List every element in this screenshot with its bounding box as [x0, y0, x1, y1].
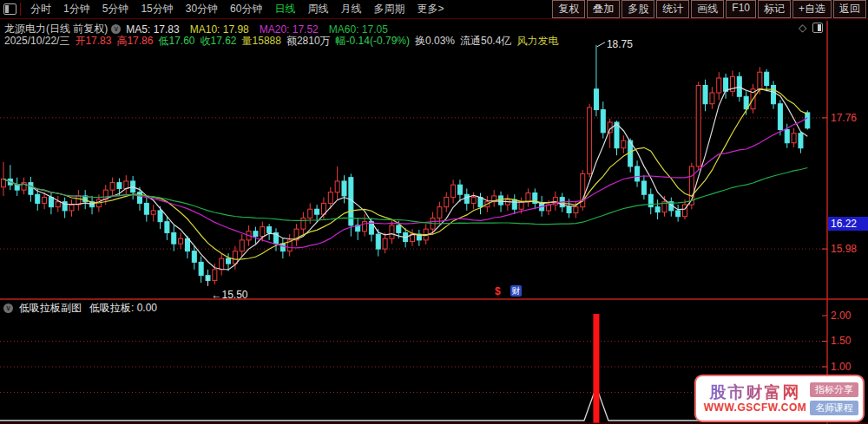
top-toolbar: 分时1分钟5分钟15分钟30分钟60分钟日线周线月线多周期更多> 复权叠加多股统… — [0, 0, 868, 19]
price-label-low: 15.98 — [831, 243, 857, 255]
info-row: 2025/10/22/三开17.83高17.86低17.60收17.62量158… — [4, 34, 563, 49]
split-view-icon[interactable] — [812, 23, 823, 33]
toolbar-button-8[interactable]: 返回 — [833, 0, 866, 18]
toolbar-tab-5[interactable]: 60分钟 — [224, 2, 268, 16]
toolbar-button-4[interactable]: 画线 — [691, 0, 724, 18]
sub-panel-header: ∨ 低吸拉板副图 低吸拉板: 0.00 — [3, 301, 157, 316]
toolbar-tab-6[interactable]: 日线 — [268, 2, 301, 16]
diamond-icon[interactable]: ◇ — [799, 22, 806, 34]
high-annotation: 18.75 — [607, 38, 633, 50]
toolbar-button-6[interactable]: 标记 — [758, 0, 791, 18]
collapse-main-icon[interactable]: ∨ — [111, 24, 121, 34]
info-token-8: 换0.03% — [415, 34, 455, 49]
toolbar-buttons: 复权叠加多股统计画线F10标记+自选返回 — [550, 0, 866, 18]
toolbar-button-0[interactable]: 复权 — [552, 0, 585, 18]
toolbar-tab-4[interactable]: 30分钟 — [180, 2, 224, 16]
sub-panel-value: 低吸拉板: 0.00 — [89, 301, 157, 316]
toolbar-tab-0[interactable]: 分时 — [24, 2, 57, 16]
toolbar-tab-10[interactable]: 更多> — [411, 2, 450, 16]
watermark-url: WWW.GSCFW.COM — [700, 401, 810, 414]
price-label-high: 17.76 — [831, 112, 857, 124]
toolbar-button-2[interactable]: 多股 — [621, 0, 654, 18]
toolbar-button-5[interactable]: F10 — [726, 0, 756, 18]
chart-canvas[interactable] — [0, 0, 868, 424]
chart-corner-controls: ◇ — [799, 22, 823, 34]
info-token-6: 额2810万 — [286, 34, 331, 49]
info-token-5: 量15888 — [242, 34, 281, 49]
sub-axis-label-3: 1.00 — [831, 361, 851, 373]
toolbar-tab-8[interactable]: 月线 — [334, 2, 367, 16]
report-marker-icon[interactable]: 财 — [510, 285, 522, 297]
sub-panel-title[interactable]: 低吸拉板副图 — [19, 301, 82, 316]
collapse-sub-icon[interactable]: ∨ — [3, 303, 13, 313]
info-token-7: 幅-0.14(-0.79%) — [336, 34, 410, 49]
info-token-0: 2025/10/22/三 — [4, 34, 69, 49]
info-token-10: 风力发电 — [516, 34, 558, 49]
price-tag: 16.22 — [828, 217, 868, 231]
toolbar-button-7[interactable]: +自选 — [792, 0, 832, 18]
panel-toggle-icon[interactable] — [3, 3, 16, 15]
dividend-marker-icon[interactable]: $ — [495, 285, 501, 297]
info-token-9: 流通50.4亿 — [460, 34, 511, 49]
toolbar-tab-2[interactable]: 5分钟 — [96, 2, 135, 16]
info-token-3: 低17.60 — [158, 34, 194, 49]
sub-axis-label-2: 1.50 — [831, 335, 851, 347]
watermark-badges: 指标分享 名师课程 — [810, 382, 858, 415]
watermark-badge-1: 指标分享 — [810, 382, 858, 397]
toolbar-tab-7[interactable]: 周线 — [301, 2, 334, 16]
sub-axis-label-1: 2.00 — [831, 310, 851, 322]
toolbar-divider — [20, 3, 21, 16]
watermark: 股市财富网 WWW.GSCFW.COM 指标分享 名师课程 — [694, 375, 865, 422]
low-annotation: ←15.50 — [212, 289, 248, 301]
toolbar-button-1[interactable]: 叠加 — [587, 0, 620, 18]
watermark-text: 股市财富网 WWW.GSCFW.COM — [700, 383, 810, 414]
watermark-badge-2: 名师课程 — [810, 401, 858, 415]
toolbar-tab-3[interactable]: 15分钟 — [135, 2, 179, 16]
info-token-4: 收17.62 — [201, 34, 237, 49]
toolbar-button-3[interactable]: 统计 — [656, 0, 689, 18]
info-token-2: 高17.86 — [116, 34, 153, 49]
period-tabs: 分时1分钟5分钟15分钟30分钟60分钟日线周线月线多周期更多> — [24, 2, 450, 16]
info-token-1: 开17.83 — [75, 34, 111, 49]
toolbar-tab-9[interactable]: 多周期 — [367, 2, 411, 16]
toolbar-tab-1[interactable]: 1分钟 — [57, 2, 96, 16]
watermark-title: 股市财富网 — [700, 383, 810, 402]
